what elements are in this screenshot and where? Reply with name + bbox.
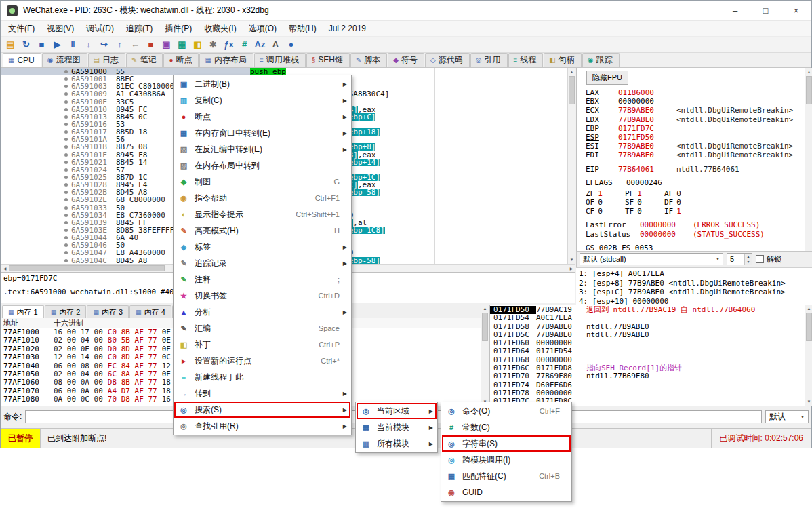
- maximize-button[interactable]: □: [750, 1, 781, 21]
- plugin-icon-1[interactable]: ▣: [159, 38, 174, 52]
- breakpoint-gutter[interactable]: [1, 219, 71, 227]
- breakpoint-dot[interactable]: [64, 191, 68, 194]
- scroll-down-icon[interactable]: ▼: [805, 397, 812, 406]
- menubar-item[interactable]: 选项(O): [243, 21, 283, 37]
- open-file-icon[interactable]: ▤: [3, 38, 18, 52]
- stack-row[interactable]: 0171FD54 A0C17EEA: [490, 314, 805, 322]
- menu-item-graph[interactable]: ◆ 制图 G: [174, 174, 350, 190]
- register-row[interactable]: EBP 0171FD7C: [586, 124, 805, 133]
- restart-icon[interactable]: ↻: [18, 38, 34, 52]
- menu-item-pattern[interactable]: ▦ 匹配特征(C) Ctrl+B: [442, 468, 571, 484]
- view-tab[interactable]: ▦ 内存布局: [199, 53, 253, 67]
- flag-value[interactable]: 1: [637, 189, 642, 198]
- breakpoint-dot[interactable]: [64, 85, 68, 88]
- breakpoint-gutter[interactable]: [1, 189, 71, 196]
- breakpoint-dot[interactable]: [64, 251, 68, 254]
- breakpoint-gutter[interactable]: [1, 257, 71, 264]
- menubar-item[interactable]: 文件(F): [2, 21, 41, 37]
- scroll-right-icon[interactable]: ▶: [567, 265, 575, 272]
- flag-cell[interactable]: PF 1: [625, 189, 664, 198]
- view-tab[interactable]: ◇ 源代码: [425, 53, 470, 67]
- menubar-item[interactable]: 帮助(H): [283, 21, 323, 37]
- command-preset-select[interactable]: 默认 ▼: [765, 410, 809, 423]
- breakpoint-dot[interactable]: [64, 236, 68, 239]
- register-value[interactable]: 77B9ABE0: [618, 115, 676, 124]
- argument-row[interactable]: 3: [esp+C] 77B9ABE0 <ntdll.DbgUiRemoteBr…: [579, 288, 812, 297]
- menu-item-highlighting-mode[interactable]: ✎ 高亮模式(H) H: [174, 222, 350, 239]
- plugin-icon-3[interactable]: ◧: [190, 38, 205, 52]
- constants-icon[interactable]: #: [237, 38, 252, 52]
- register-row[interactable]: ESP 0171FD50: [586, 133, 805, 142]
- unlock-checkbox[interactable]: [756, 255, 764, 263]
- eflags-row[interactable]: EFLAGS 00000246: [586, 178, 805, 187]
- menu-item-current-region[interactable]: ◎ 当前区域 ▶: [357, 403, 437, 419]
- breakpoint-gutter[interactable]: [1, 121, 71, 128]
- breakpoint-gutter[interactable]: [1, 83, 71, 90]
- breakpoint-dot[interactable]: [64, 206, 68, 210]
- register-row[interactable]: EBX 00000000: [586, 97, 805, 106]
- flag-value[interactable]: 0: [637, 198, 642, 207]
- flag-cell[interactable]: TF 0: [625, 207, 664, 216]
- breakpoint-gutter[interactable]: [1, 113, 71, 121]
- view-tab[interactable]: ▤ 日志: [88, 53, 125, 67]
- calling-convention-select[interactable]: 默认 (stdcall) ▼: [580, 253, 723, 265]
- register-row[interactable]: EIP 77B64061 ntdll.77B64061: [586, 165, 805, 174]
- menu-item-copy[interactable]: ▥ 复制(C) ▶: [174, 92, 350, 109]
- flag-cell[interactable]: ZF 1: [586, 189, 625, 198]
- pause-icon[interactable]: ‖: [65, 38, 81, 52]
- breakpoint-dot[interactable]: [64, 77, 68, 81]
- menu-item-find-references[interactable]: ◎ 查找引用(R) ▶: [174, 418, 350, 434]
- breakpoint-dot[interactable]: [64, 153, 68, 157]
- menu-item-current-module[interactable]: ▦ 当前模块 ▶: [357, 419, 437, 435]
- breakpoint-gutter[interactable]: [1, 227, 71, 234]
- flag-cell[interactable]: OF 0: [586, 198, 625, 207]
- register-value[interactable]: 01186000: [618, 88, 676, 97]
- menubar-item[interactable]: 插件(P): [159, 21, 198, 37]
- flag-value[interactable]: 0: [637, 207, 642, 216]
- dump-tab[interactable]: ▦ 内存 3: [87, 305, 129, 318]
- preferences-icon[interactable]: ✱: [205, 38, 221, 52]
- scroll-up-icon[interactable]: ▲: [568, 68, 575, 76]
- scroll-thumb[interactable]: [806, 76, 812, 104]
- breakpoint-dot[interactable]: [64, 145, 68, 149]
- breakpoint-gutter[interactable]: [1, 196, 71, 203]
- menu-item-breakpoint[interactable]: ● 断点 ▶: [174, 109, 350, 125]
- dump-tab[interactable]: ▦ 内存 1: [2, 305, 44, 318]
- breakpoint-dot[interactable]: [64, 70, 68, 73]
- menu-item-follow-in-dump[interactable]: ▦ 在内存窗口中转到(E) ▶: [174, 125, 350, 141]
- register-row[interactable]: EDX 77B9ABE0 <ntdll.DbgUiRemoteBreakin>: [586, 115, 805, 124]
- view-tab[interactable]: ◉ 跟踪: [582, 53, 620, 67]
- menu-item-show-mnemonic-brief[interactable]: ◐ 显示指令提示 Ctrl+Shift+F1: [174, 206, 350, 222]
- flag-value[interactable]: 0: [676, 198, 681, 207]
- register-value[interactable]: 00000000: [618, 97, 676, 106]
- disasm-vscrollbar[interactable]: ▲ ▼: [567, 68, 575, 264]
- stack-vscrollbar[interactable]: ▲ ▼: [805, 305, 812, 406]
- breakpoint-dot[interactable]: [64, 176, 68, 179]
- breakpoint-gutter[interactable]: [1, 174, 71, 181]
- breakpoint-dot[interactable]: [64, 229, 68, 232]
- scroll-thumb[interactable]: [482, 313, 488, 341]
- dump-tab[interactable]: ▦ 内存 2: [45, 305, 87, 318]
- menu-item-patch[interactable]: ◧ 补丁 Ctrl+P: [174, 336, 350, 353]
- menu-item-assemble[interactable]: ✎ 汇编 Space: [174, 320, 350, 336]
- flag-value[interactable]: 0: [598, 198, 603, 207]
- flag-cell[interactable]: AF 0: [664, 189, 704, 198]
- scroll-up-icon[interactable]: ▲: [805, 305, 812, 313]
- breakpoint-gutter[interactable]: [1, 98, 71, 106]
- breakpoint-dot[interactable]: [64, 161, 68, 164]
- menubar-item[interactable]: 视图(V): [41, 21, 80, 37]
- register-value[interactable]: 77B64061: [618, 165, 676, 174]
- register-value[interactable]: 77B9ABE0: [618, 142, 676, 151]
- breakpoint-gutter[interactable]: [1, 75, 71, 83]
- breakpoint-dot[interactable]: [64, 168, 68, 172]
- breakpoint-dot[interactable]: [64, 183, 68, 187]
- breakpoint-dot[interactable]: [64, 92, 68, 96]
- menu-item-instruction-help[interactable]: ◉ 指令帮助 Ctrl+F1: [174, 190, 350, 206]
- breakpoint-gutter[interactable]: [1, 90, 71, 98]
- menu-item-intermodular-calls[interactable]: ◎ 跨模块调用(I): [442, 452, 571, 468]
- argument-row[interactable]: 1: [esp+4] A0C17EEA: [579, 269, 812, 279]
- register-value[interactable]: 00000246: [626, 178, 685, 187]
- breakpoint-dot[interactable]: [64, 138, 68, 141]
- menu-item-all-modules[interactable]: ▥ 所有模块 ▶: [357, 435, 437, 452]
- breakpoint-gutter[interactable]: [1, 151, 71, 159]
